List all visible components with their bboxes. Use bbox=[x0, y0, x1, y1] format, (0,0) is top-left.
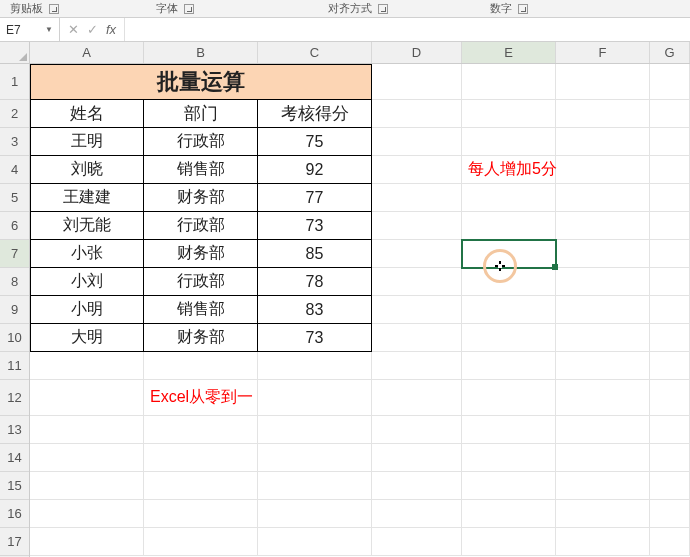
row-header-14[interactable]: 14 bbox=[0, 444, 29, 472]
cell-G5[interactable] bbox=[650, 184, 690, 212]
spreadsheet-grid[interactable]: ABCDEFG 1234567891011121314151617 批量运算姓名… bbox=[0, 42, 690, 557]
cell-G14[interactable] bbox=[650, 444, 690, 472]
cell-D5[interactable] bbox=[372, 184, 462, 212]
cell-A3[interactable]: 王明 bbox=[30, 128, 144, 156]
cell-D17[interactable] bbox=[372, 528, 462, 556]
column-header-B[interactable]: B bbox=[144, 42, 258, 63]
cell-D12[interactable] bbox=[372, 380, 462, 416]
cell-G6[interactable] bbox=[650, 212, 690, 240]
cell-D9[interactable] bbox=[372, 296, 462, 324]
cell-B8[interactable]: 行政部 bbox=[144, 268, 258, 296]
cell-C15[interactable] bbox=[258, 472, 372, 500]
select-all-corner[interactable] bbox=[0, 42, 30, 64]
cell-E2[interactable] bbox=[462, 100, 556, 128]
cell-G9[interactable] bbox=[650, 296, 690, 324]
cell-G2[interactable] bbox=[650, 100, 690, 128]
cell-E10[interactable] bbox=[462, 324, 556, 352]
cell-C2[interactable]: 考核得分 bbox=[258, 100, 372, 128]
column-header-E[interactable]: E bbox=[462, 42, 556, 63]
cell-B4[interactable]: 销售部 bbox=[144, 156, 258, 184]
cell-D10[interactable] bbox=[372, 324, 462, 352]
row-header-3[interactable]: 3 bbox=[0, 128, 29, 156]
row-header-10[interactable]: 10 bbox=[0, 324, 29, 352]
cell-C9[interactable]: 83 bbox=[258, 296, 372, 324]
cell-A5[interactable]: 王建建 bbox=[30, 184, 144, 212]
cell-A17[interactable] bbox=[30, 528, 144, 556]
cell-C5[interactable]: 77 bbox=[258, 184, 372, 212]
cell-A11[interactable] bbox=[30, 352, 144, 380]
cell-C8[interactable]: 78 bbox=[258, 268, 372, 296]
cell-G7[interactable] bbox=[650, 240, 690, 268]
cell-A10[interactable]: 大明 bbox=[30, 324, 144, 352]
cell-E4[interactable]: 每人增加5分 bbox=[462, 156, 556, 184]
cancel-icon[interactable]: ✕ bbox=[68, 23, 79, 36]
cell-E8[interactable] bbox=[462, 268, 556, 296]
cell-F15[interactable] bbox=[556, 472, 650, 500]
cell-F3[interactable] bbox=[556, 128, 650, 156]
dialog-launcher-icon[interactable] bbox=[49, 4, 59, 14]
row-header-1[interactable]: 1 bbox=[0, 64, 29, 100]
row-header-15[interactable]: 15 bbox=[0, 472, 29, 500]
cell-A2[interactable]: 姓名 bbox=[30, 100, 144, 128]
cell-G15[interactable] bbox=[650, 472, 690, 500]
cell-F17[interactable] bbox=[556, 528, 650, 556]
cell-D13[interactable] bbox=[372, 416, 462, 444]
cell-B2[interactable]: 部门 bbox=[144, 100, 258, 128]
row-header-5[interactable]: 5 bbox=[0, 184, 29, 212]
cell-C10[interactable]: 73 bbox=[258, 324, 372, 352]
cell-B6[interactable]: 行政部 bbox=[144, 212, 258, 240]
dialog-launcher-icon[interactable] bbox=[184, 4, 194, 14]
cell-A14[interactable] bbox=[30, 444, 144, 472]
cell-D16[interactable] bbox=[372, 500, 462, 528]
cell-F5[interactable] bbox=[556, 184, 650, 212]
cell-C13[interactable] bbox=[258, 416, 372, 444]
cell-B10[interactable]: 财务部 bbox=[144, 324, 258, 352]
row-headers[interactable]: 1234567891011121314151617 bbox=[0, 64, 30, 557]
cell-B7[interactable]: 财务部 bbox=[144, 240, 258, 268]
cell-C7[interactable]: 85 bbox=[258, 240, 372, 268]
cell-D3[interactable] bbox=[372, 128, 462, 156]
row-header-9[interactable]: 9 bbox=[0, 296, 29, 324]
cell-F7[interactable] bbox=[556, 240, 650, 268]
dialog-launcher-icon[interactable] bbox=[378, 4, 388, 14]
column-headers[interactable]: ABCDEFG bbox=[30, 42, 690, 64]
cell-A8[interactable]: 小刘 bbox=[30, 268, 144, 296]
cell-G17[interactable] bbox=[650, 528, 690, 556]
cell-G4[interactable] bbox=[650, 156, 690, 184]
cell-C3[interactable]: 75 bbox=[258, 128, 372, 156]
cell-D11[interactable] bbox=[372, 352, 462, 380]
cell-F8[interactable] bbox=[556, 268, 650, 296]
column-header-C[interactable]: C bbox=[258, 42, 372, 63]
cell-F13[interactable] bbox=[556, 416, 650, 444]
column-header-F[interactable]: F bbox=[556, 42, 650, 63]
cell-D2[interactable] bbox=[372, 100, 462, 128]
cell-F12[interactable] bbox=[556, 380, 650, 416]
cell-A13[interactable] bbox=[30, 416, 144, 444]
row-header-17[interactable]: 17 bbox=[0, 528, 29, 556]
row-header-6[interactable]: 6 bbox=[0, 212, 29, 240]
cell-F2[interactable] bbox=[556, 100, 650, 128]
cell-C17[interactable] bbox=[258, 528, 372, 556]
cell-A7[interactable]: 小张 bbox=[30, 240, 144, 268]
cell-B9[interactable]: 销售部 bbox=[144, 296, 258, 324]
name-box[interactable]: E7 ▼ bbox=[0, 18, 60, 41]
cell-D1[interactable] bbox=[372, 64, 462, 100]
cell-E5[interactable] bbox=[462, 184, 556, 212]
row-header-7[interactable]: 7 bbox=[0, 240, 29, 268]
cell-C14[interactable] bbox=[258, 444, 372, 472]
cell-B17[interactable] bbox=[144, 528, 258, 556]
cell-D8[interactable] bbox=[372, 268, 462, 296]
row-header-12[interactable]: 12 bbox=[0, 380, 29, 416]
cell-A6[interactable]: 刘无能 bbox=[30, 212, 144, 240]
cell-A16[interactable] bbox=[30, 500, 144, 528]
fx-icon[interactable]: fx bbox=[106, 23, 116, 36]
row-header-11[interactable]: 11 bbox=[0, 352, 29, 380]
cell-B12[interactable]: Excel从零到一 bbox=[144, 380, 258, 416]
cell-F4[interactable] bbox=[556, 156, 650, 184]
cell-F1[interactable] bbox=[556, 64, 650, 100]
cell-D6[interactable] bbox=[372, 212, 462, 240]
cell-B14[interactable] bbox=[144, 444, 258, 472]
cell-G10[interactable] bbox=[650, 324, 690, 352]
row-header-16[interactable]: 16 bbox=[0, 500, 29, 528]
column-header-A[interactable]: A bbox=[30, 42, 144, 63]
